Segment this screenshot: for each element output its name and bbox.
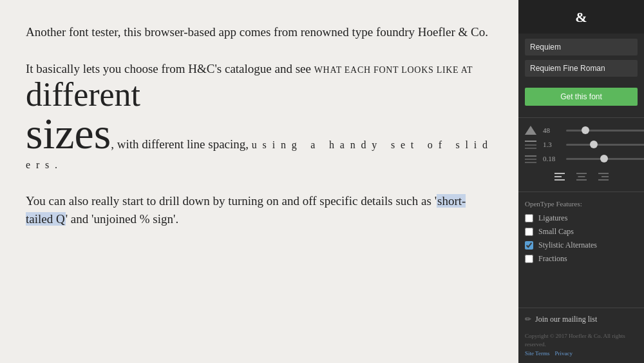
- svg-rect-7: [554, 173, 565, 174]
- footer-links: Site Terms Privacy: [525, 349, 638, 358]
- divider-2: [518, 191, 644, 192]
- font-style-select[interactable]: Requiem Fine Roman: [525, 60, 638, 77]
- align-left-button[interactable]: [552, 171, 567, 184]
- sidebar-header: &: [518, 0, 644, 34]
- mailing-row[interactable]: ✏ Join our mailing list: [525, 315, 638, 324]
- ligatures-row[interactable]: Ligatures: [518, 211, 644, 225]
- privacy-link[interactable]: Privacy: [554, 349, 573, 358]
- tracking-value: 0.18: [543, 155, 562, 162]
- stylistic-alternates-row[interactable]: Stylistic Alternates: [518, 239, 644, 252]
- paragraph-2: It basically lets you choose from H&C's …: [26, 60, 493, 174]
- fractions-checkbox[interactable]: [525, 255, 533, 263]
- paragraph-3: You can also really start to drill down …: [26, 192, 493, 229]
- mailing-label: Join our mailing list: [535, 315, 597, 324]
- paragraph-1: Another font tester, this browser-based …: [26, 23, 493, 42]
- align-center-button[interactable]: [574, 171, 589, 184]
- svg-rect-12: [576, 179, 587, 181]
- svg-rect-11: [578, 176, 585, 177]
- size-icon: [525, 126, 539, 135]
- tracking-icon: [525, 154, 539, 163]
- stylistic-alternates-label: Stylistic Alternates: [538, 240, 597, 250]
- tracking-slider-row: 0.18: [518, 152, 644, 166]
- leading-slider-row: 1.3: [518, 137, 644, 152]
- ligatures-label: Ligatures: [538, 213, 567, 223]
- svg-rect-14: [601, 176, 609, 177]
- stylistic-alternates-checkbox[interactable]: [525, 241, 533, 250]
- tracking-slider[interactable]: [566, 158, 644, 160]
- svg-rect-13: [598, 173, 609, 174]
- sidebar: & Requiem Requiem Fine Roman Get this fo…: [518, 0, 644, 363]
- mailing-section: ✏ Join our mailing list: [518, 308, 644, 328]
- size-slider[interactable]: [566, 130, 644, 132]
- ligatures-checkbox[interactable]: [525, 214, 533, 222]
- leading-value: 1.3: [543, 141, 562, 148]
- divider-1: [518, 117, 644, 118]
- fractions-row[interactable]: Fractions: [518, 252, 644, 266]
- leading-icon: [525, 140, 539, 149]
- opentype-label: OpenType Features:: [518, 197, 644, 211]
- footer: Copyright © 2017 Hoefler & Co. All right…: [518, 328, 644, 363]
- hoefler-logo: &: [575, 9, 587, 26]
- svg-marker-0: [525, 126, 536, 135]
- get-font-button[interactable]: Get this font: [525, 88, 638, 106]
- fractions-label: Fractions: [538, 254, 567, 264]
- small-caps-checkbox[interactable]: [525, 228, 533, 236]
- font-controls: Requiem Requiem Fine Roman: [518, 34, 644, 86]
- svg-rect-10: [576, 173, 587, 174]
- size-slider-row: 48: [518, 123, 644, 137]
- font-family-select[interactable]: Requiem: [525, 39, 638, 55]
- site-terms-link[interactable]: Site Terms: [525, 349, 549, 358]
- small-caps-row[interactable]: Small Caps: [518, 225, 644, 239]
- alignment-row: [518, 166, 644, 186]
- svg-rect-8: [554, 176, 562, 177]
- svg-rect-15: [598, 179, 609, 181]
- size-value: 48: [543, 126, 562, 134]
- align-right-button[interactable]: [596, 171, 611, 184]
- highlight-text: short-tailed Q: [26, 194, 466, 226]
- footer-copyright: Copyright © 2017 Hoefler & Co. All right…: [525, 332, 638, 348]
- pencil-icon: ✏: [525, 315, 531, 324]
- leading-slider[interactable]: [566, 144, 644, 146]
- main-content: Another font tester, this browser-based …: [0, 0, 518, 363]
- small-caps-label: Small Caps: [538, 227, 574, 237]
- svg-rect-9: [554, 179, 565, 181]
